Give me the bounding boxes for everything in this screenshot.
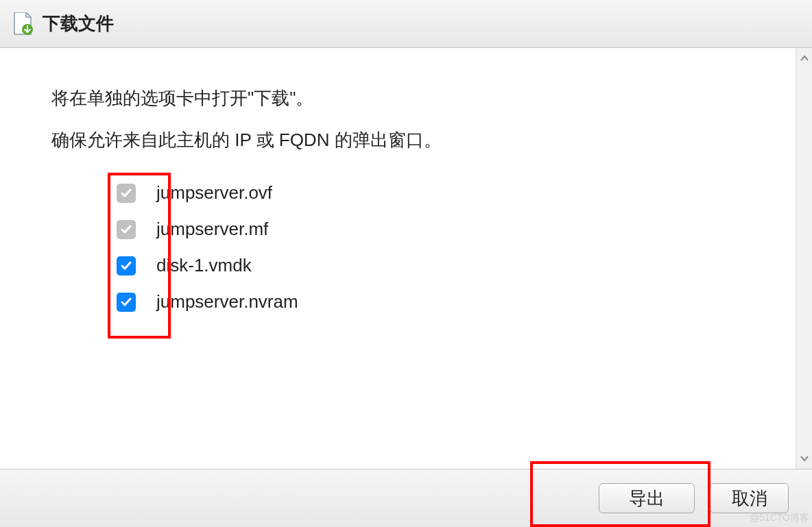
file-item: jumpserver.mf — [86, 219, 761, 240]
file-list: jumpserver.ovf jumpserver.mf disk-1.vmdk… — [86, 182, 761, 312]
file-item: jumpserver.nvram — [86, 291, 761, 312]
file-item: disk-1.vmdk — [86, 255, 761, 276]
dialog-footer: 导出 取消 — [0, 469, 812, 527]
title-bar: 下载文件 — [0, 0, 812, 48]
scroll-up-arrow-icon[interactable] — [800, 52, 809, 64]
content-area: 将在单独的选项卡中打开"下载"。 确保允许来自此主机的 IP 或 FQDN 的弹… — [0, 48, 812, 469]
scroll-down-arrow-icon[interactable] — [800, 452, 809, 465]
file-name-label: jumpserver.nvram — [156, 291, 298, 312]
vertical-scrollbar[interactable] — [796, 48, 812, 469]
annotation-highlight-checkboxes — [108, 173, 171, 339]
download-file-icon — [12, 12, 33, 36]
file-item: jumpserver.ovf — [86, 182, 761, 204]
dialog-content: 将在单独的选项卡中打开"下载"。 确保允许来自此主机的 IP 或 FQDN 的弹… — [0, 48, 812, 469]
description-line-2: 确保允许来自此主机的 IP 或 FQDN 的弹出窗口。 — [51, 127, 761, 154]
cancel-button[interactable]: 取消 — [710, 483, 789, 513]
description-line-1: 将在单独的选项卡中打开"下载"。 — [51, 85, 761, 112]
dialog-title: 下载文件 — [43, 12, 114, 36]
file-name-label: jumpserver.ovf — [156, 182, 272, 204]
file-name-label: jumpserver.mf — [156, 219, 268, 240]
export-button[interactable]: 导出 — [599, 483, 695, 513]
